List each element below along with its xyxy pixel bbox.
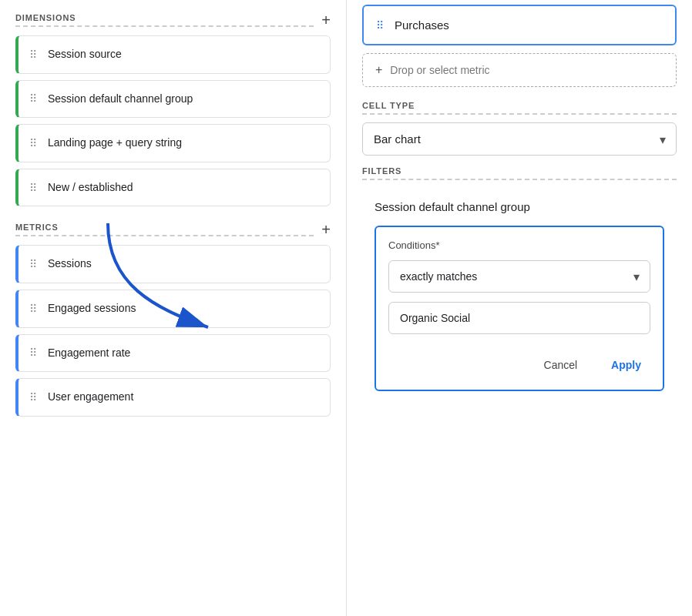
apply-button[interactable]: Apply: [602, 353, 650, 377]
engagement-rate-label: Engagement rate: [48, 346, 130, 361]
cell-type-select-wrapper: Bar chart Scorecard Line chart Pie chart…: [362, 122, 677, 156]
drag-icon: ⠿: [29, 346, 37, 359]
metrics-section-header: METRICS +: [15, 222, 331, 237]
conditions-select-wrapper: exactly matches contains begins with end…: [388, 260, 650, 293]
engagement-rate-item[interactable]: ⠿ Engagement rate: [15, 334, 331, 373]
action-buttons: Cancel Apply: [388, 353, 650, 377]
filter-box: Session default channel group Conditions…: [362, 188, 677, 402]
purchases-label: Purchases: [395, 17, 449, 33]
conditions-select[interactable]: exactly matches contains begins with end…: [388, 260, 650, 293]
cell-type-title: CELL TYPE: [362, 101, 677, 115]
new-established-item[interactable]: ⠿ New / established: [15, 169, 331, 207]
user-engagement-item[interactable]: ⠿ User engagement: [15, 378, 331, 417]
filters-title: FILTERS: [362, 166, 677, 180]
session-default-channel-group-label: Session default channel group: [48, 92, 193, 107]
drag-icon: ⠿: [29, 49, 37, 61]
drag-icon: ⠿: [29, 137, 37, 149]
drag-icon: ⠿: [29, 391, 37, 403]
dimensions-section-header: DIMENSIONS +: [15, 12, 331, 28]
cell-type-select[interactable]: Bar chart Scorecard Line chart Pie chart…: [362, 122, 677, 156]
metrics-section: METRICS + ⠿ Sessions ⠿ Engaged sessions …: [15, 222, 331, 416]
engaged-sessions-label: Engaged sessions: [48, 301, 136, 316]
add-metric-button[interactable]: +: [314, 222, 331, 237]
sessions-label: Sessions: [48, 256, 92, 272]
session-source-item[interactable]: ⠿ Session source: [15, 35, 331, 74]
conditions-box: Conditions* exactly matches contains beg…: [375, 226, 664, 391]
metrics-title: METRICS: [15, 223, 314, 236]
drag-icon: ⠿: [29, 258, 37, 270]
filter-dimension-title: Session default channel group: [375, 199, 664, 215]
session-default-channel-group-item[interactable]: ⠿ Session default channel group: [15, 80, 331, 119]
sessions-item[interactable]: ⠿ Sessions: [15, 245, 331, 283]
right-panel: ⠿ Purchases + Drop or select metric CELL…: [347, 0, 692, 616]
drag-icon: ⠿: [29, 303, 37, 315]
landing-page-query-string-label: Landing page + query string: [48, 136, 182, 151]
drag-icon: ⠿: [29, 182, 37, 194]
plus-icon: +: [375, 63, 382, 77]
drag-icon: ⠿: [376, 19, 384, 32]
user-engagement-label: User engagement: [48, 390, 133, 405]
landing-page-query-string-item[interactable]: ⠿ Landing page + query string: [15, 124, 331, 162]
drop-metric-area[interactable]: + Drop or select metric: [362, 53, 677, 87]
drop-metric-label: Drop or select metric: [390, 64, 489, 76]
conditions-label: Conditions*: [388, 239, 650, 251]
filter-value-input[interactable]: [388, 302, 650, 334]
add-dimension-button[interactable]: +: [314, 12, 331, 28]
session-source-label: Session source: [48, 47, 122, 62]
drag-icon: ⠿: [29, 92, 37, 105]
left-panel: DIMENSIONS + ⠿ Session source ⠿ Session …: [0, 0, 347, 616]
engaged-sessions-item[interactable]: ⠿ Engaged sessions: [15, 290, 331, 328]
new-established-label: New / established: [48, 180, 133, 196]
filters-section: FILTERS Session default channel group Co…: [362, 166, 677, 402]
dimensions-title: DIMENSIONS: [15, 13, 314, 27]
purchases-metric-chip[interactable]: ⠿ Purchases: [362, 5, 677, 45]
cell-type-section: CELL TYPE Bar chart Scorecard Line chart…: [362, 101, 677, 156]
cancel-button[interactable]: Cancel: [535, 353, 587, 377]
